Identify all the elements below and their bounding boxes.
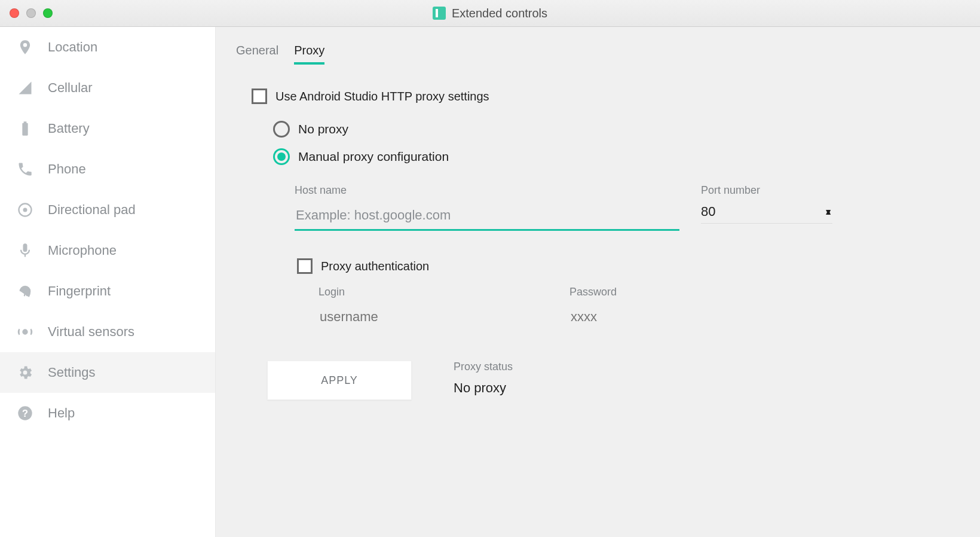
- gear-icon: [17, 364, 33, 381]
- proxy-auth-row[interactable]: Proxy authentication: [297, 258, 960, 274]
- signal-icon: [17, 80, 33, 96]
- sidebar-item-label: Location: [48, 39, 97, 55]
- window-titlebar: Extended controls: [0, 0, 980, 27]
- sidebar-item-label: Microphone: [48, 243, 117, 258]
- sidebar: Location Cellular Battery Phone Directio: [0, 27, 216, 537]
- apply-button[interactable]: APPLY: [267, 361, 412, 400]
- sidebar-item-label: Battery: [48, 121, 90, 136]
- use-as-http-proxy-label: Use Android Studio HTTP proxy settings: [275, 90, 489, 103]
- app-icon: [433, 7, 446, 20]
- manual-proxy-radio[interactable]: [273, 148, 290, 165]
- location-icon: [17, 39, 33, 56]
- password-input: [569, 306, 785, 328]
- sidebar-item-microphone[interactable]: Microphone: [0, 230, 215, 271]
- tab-general[interactable]: General: [236, 44, 278, 65]
- use-as-http-proxy-row[interactable]: Use Android Studio HTTP proxy settings: [252, 89, 960, 104]
- sidebar-item-phone[interactable]: Phone: [0, 149, 215, 190]
- no-proxy-radio[interactable]: [273, 121, 290, 138]
- sidebar-item-label: Virtual sensors: [48, 324, 134, 340]
- port-number-value[interactable]: 80: [701, 204, 715, 219]
- sidebar-item-fingerprint[interactable]: Fingerprint: [0, 271, 215, 312]
- sidebar-item-settings[interactable]: Settings: [0, 352, 215, 393]
- phone-icon: [17, 161, 33, 178]
- host-name-input[interactable]: [295, 204, 679, 231]
- sidebar-item-dpad[interactable]: Directional pad: [0, 190, 215, 230]
- traffic-lights: [10, 8, 53, 18]
- close-window-button[interactable]: [10, 8, 19, 18]
- svg-point-2: [23, 330, 27, 334]
- dpad-icon: [17, 202, 33, 218]
- use-as-http-proxy-checkbox[interactable]: [252, 89, 267, 104]
- sidebar-item-battery[interactable]: Battery: [0, 108, 215, 149]
- login-label: Login: [318, 286, 534, 298]
- sidebar-item-label: Help: [48, 405, 75, 421]
- sidebar-item-label: Fingerprint: [48, 283, 111, 299]
- no-proxy-label: No proxy: [298, 122, 348, 136]
- sidebar-item-help[interactable]: ? Help: [0, 393, 215, 434]
- main-pane: General Proxy Use Android Studio HTTP pr…: [216, 27, 980, 537]
- proxy-auth-label: Proxy authentication: [321, 260, 429, 273]
- window-title: Extended controls: [452, 7, 547, 20]
- sidebar-item-label: Directional pad: [48, 202, 136, 218]
- sensors-icon: [17, 324, 33, 340]
- manual-proxy-label: Manual proxy configuration: [298, 149, 449, 164]
- proxy-status-value: No proxy: [454, 380, 513, 396]
- proxy-status-label: Proxy status: [454, 361, 513, 373]
- microphone-icon: [17, 242, 33, 259]
- no-proxy-option[interactable]: No proxy: [273, 121, 960, 138]
- sidebar-item-location[interactable]: Location: [0, 27, 215, 68]
- manual-proxy-option[interactable]: Manual proxy configuration: [273, 148, 960, 165]
- sidebar-item-cellular[interactable]: Cellular: [0, 68, 215, 108]
- login-input: [318, 306, 534, 328]
- battery-icon: [17, 120, 33, 137]
- sidebar-item-label: Settings: [48, 365, 96, 380]
- tab-proxy[interactable]: Proxy: [294, 44, 324, 65]
- password-label: Password: [569, 286, 785, 298]
- settings-tabs: General Proxy: [236, 44, 960, 65]
- svg-point-1: [23, 208, 27, 212]
- sidebar-item-label: Phone: [48, 161, 86, 177]
- fingerprint-icon: [17, 283, 33, 300]
- zoom-window-button[interactable]: [43, 8, 53, 18]
- proxy-auth-checkbox[interactable]: [297, 258, 313, 274]
- minimize-window-button[interactable]: [26, 8, 36, 18]
- port-number-label: Port number: [701, 184, 832, 197]
- help-icon: ?: [17, 405, 33, 422]
- svg-text:?: ?: [22, 408, 28, 419]
- host-name-label: Host name: [295, 184, 677, 197]
- sidebar-item-sensors[interactable]: Virtual sensors: [0, 312, 215, 352]
- sidebar-item-label: Cellular: [48, 80, 93, 96]
